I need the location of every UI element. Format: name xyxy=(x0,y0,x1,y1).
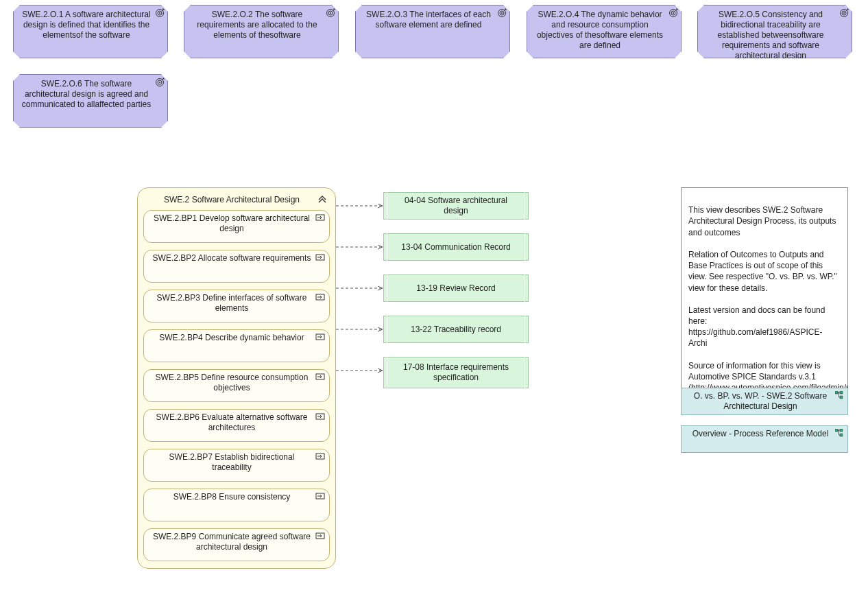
outcome-swe2o1[interactable]: SWE.2.O.1 A software architectural desig… xyxy=(13,5,168,58)
bp-swe2bp6[interactable]: SWE.2.BP6 Evaluate alternative software … xyxy=(143,409,330,442)
view-link-icon xyxy=(835,391,845,399)
bp-text: SWE.2.BP3 Define interfaces of software … xyxy=(151,293,313,314)
outcome-swe2o5[interactable]: SWE.2.O.5 Consistency and bidirectional … xyxy=(697,5,852,58)
outcome-text: SWE.2.O.5 Consistency and bidirectional … xyxy=(705,10,836,61)
target-icon xyxy=(155,78,165,87)
output-text: 04-04 Software architectural design xyxy=(393,196,519,216)
bp-swe2bp3[interactable]: SWE.2.BP3 Define interfaces of software … xyxy=(143,290,330,322)
process-arrow-icon xyxy=(315,213,325,222)
target-icon xyxy=(497,8,507,18)
bp-swe2bp2[interactable]: SWE.2.BP2 Allocate software requirements xyxy=(143,250,330,283)
output-text: 13-19 Review Record xyxy=(416,283,495,294)
view-link-icon xyxy=(835,429,845,437)
outcome-swe2o3[interactable]: SWE.2.O.3 The interfaces of each softwar… xyxy=(355,5,510,58)
bp-swe2bp8[interactable]: SWE.2.BP8 Ensure consistency xyxy=(143,489,330,521)
bp-swe2bp7[interactable]: SWE.2.BP7 Establish bidirectional tracea… xyxy=(143,449,330,482)
process-arrow-icon xyxy=(315,452,325,460)
output-13-04[interactable]: 13-04 Communication Record xyxy=(387,233,525,261)
linkref-text: O. vs. BP. vs. WP. - SWE.2 Software Arch… xyxy=(688,391,832,412)
bp-text: SWE.2.BP5 Define resource consumption ob… xyxy=(151,373,313,393)
outcome-text: SWE.2.O.6 The software architectural des… xyxy=(21,79,152,110)
process-header: SWE.2 Software Architectural Design xyxy=(143,192,330,210)
note-text: This view describes SWE.2 Software Archi… xyxy=(688,205,868,403)
bp-text: SWE.2.BP1 Develop software architectural… xyxy=(151,213,313,234)
outcome-text: SWE.2.O.3 The interfaces of each softwar… xyxy=(363,10,494,30)
bp-text: SWE.2.BP8 Ensure consistency xyxy=(173,492,291,502)
bp-text: SWE.2.BP2 Allocate software requirements xyxy=(153,253,311,263)
bp-swe2bp9[interactable]: SWE.2.BP9 Communicate agreed software ar… xyxy=(143,528,330,561)
bp-text: SWE.2.BP6 Evaluate alternative software … xyxy=(151,412,313,433)
collapse-icon[interactable] xyxy=(317,193,327,203)
outcome-text: SWE.2.O.4 The dynamic behavior and resou… xyxy=(534,10,666,51)
view-description-note: This view describes SWE.2 Software Archi… xyxy=(681,187,848,411)
process-arrow-icon xyxy=(315,293,325,301)
process-swe2-container[interactable]: SWE.2 Software Architectural Design SWE.… xyxy=(137,187,336,569)
outcome-swe2o2[interactable]: SWE.2.O.2 The software requirements are … xyxy=(184,5,339,58)
output-04-04[interactable]: 04-04 Software architectural design xyxy=(387,192,525,220)
outcome-swe2o4[interactable]: SWE.2.O.4 The dynamic behavior and resou… xyxy=(527,5,682,58)
linkref-overview-prm[interactable]: Overview - Process Reference Model xyxy=(681,425,848,453)
process-arrow-icon xyxy=(315,412,325,421)
process-arrow-icon xyxy=(315,253,325,261)
bp-text: SWE.2.BP9 Communicate agreed software ar… xyxy=(151,532,313,552)
target-icon xyxy=(155,8,165,18)
bp-swe2bp5[interactable]: SWE.2.BP5 Define resource consumption ob… xyxy=(143,369,330,402)
outcome-swe2o6[interactable]: SWE.2.O.6 The software architectural des… xyxy=(13,74,168,128)
output-text: 13-22 Traceability record xyxy=(411,325,501,335)
process-arrow-icon xyxy=(315,492,325,500)
output-17-08[interactable]: 17-08 Interface requirements specificati… xyxy=(387,357,525,388)
linkref-o-vs-bp-vs-wp[interactable]: O. vs. BP. vs. WP. - SWE.2 Software Arch… xyxy=(681,388,848,415)
output-text: 13-04 Communication Record xyxy=(401,242,510,252)
output-13-22[interactable]: 13-22 Traceability record xyxy=(387,316,525,343)
bp-text: SWE.2.BP7 Establish bidirectional tracea… xyxy=(151,452,313,473)
outcome-text: SWE.2.O.2 The software requirements are … xyxy=(191,10,323,40)
output-text: 17-08 Interface requirements specificati… xyxy=(393,362,519,383)
target-icon xyxy=(668,8,678,18)
bp-text: SWE.2.BP4 Describe dynamic behavior xyxy=(159,333,304,343)
diagram-canvas: SWE.2.O.1 A software architectural desig… xyxy=(0,0,868,599)
target-icon xyxy=(839,8,849,18)
process-arrow-icon xyxy=(315,373,325,381)
target-icon xyxy=(326,8,335,18)
output-13-19[interactable]: 13-19 Review Record xyxy=(387,274,525,302)
process-title: SWE.2 Software Architectural Design xyxy=(164,195,300,204)
process-arrow-icon xyxy=(315,532,325,540)
linkref-text: Overview - Process Reference Model xyxy=(692,429,829,439)
bp-swe2bp1[interactable]: SWE.2.BP1 Develop software architectural… xyxy=(143,210,330,243)
outcome-text: SWE.2.O.1 A software architectural desig… xyxy=(21,10,152,40)
bp-swe2bp4[interactable]: SWE.2.BP4 Describe dynamic behavior xyxy=(143,329,330,362)
process-arrow-icon xyxy=(315,333,325,341)
